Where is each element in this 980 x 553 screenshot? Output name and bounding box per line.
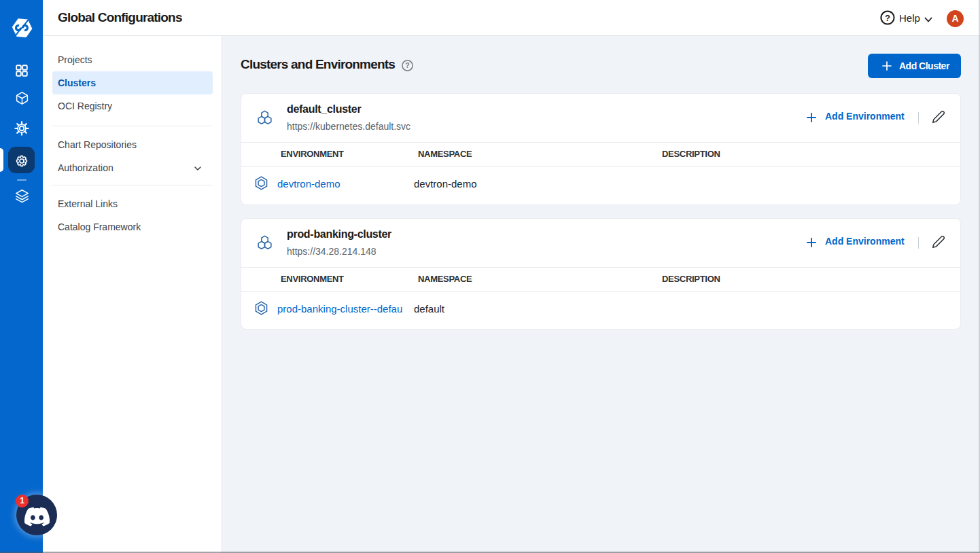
svg-text:?: ? [885,13,890,23]
svg-text:?: ? [405,61,409,69]
